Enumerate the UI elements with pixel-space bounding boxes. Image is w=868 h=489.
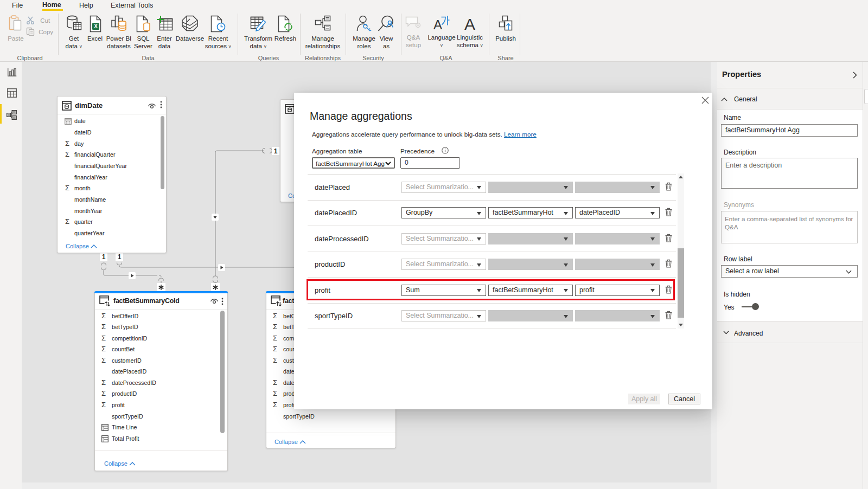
svg-text:X: X [94,23,98,29]
svg-text:A: A [433,17,442,31]
svg-text:1: 1 [118,253,122,261]
svg-text:1: 1 [102,253,106,261]
svg-text:1: 1 [274,147,278,155]
svg-text:A: A [464,15,475,31]
